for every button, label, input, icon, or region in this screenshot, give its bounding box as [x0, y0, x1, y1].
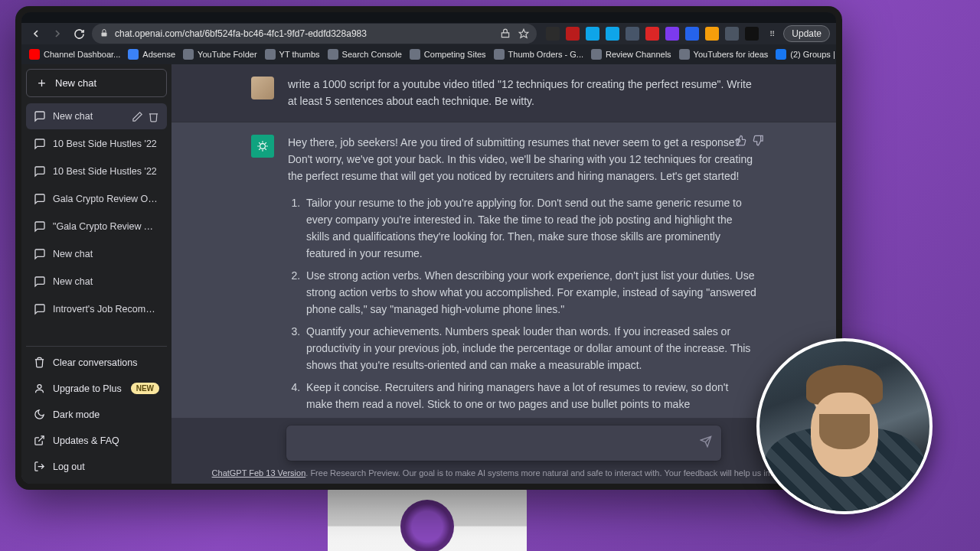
bookmark-item[interactable]: Review Channels	[591, 49, 671, 60]
message-feedback	[735, 135, 764, 146]
extension-icon[interactable]	[566, 27, 580, 41]
assistant-intro: Hey there, job seekers! Are you tired of…	[288, 135, 756, 184]
bookmark-label: Thumb Orders - G...	[508, 50, 583, 59]
extension-icon[interactable]	[745, 27, 759, 41]
assistant-list-item: Quantify your achievements. Numbers spea…	[303, 324, 756, 373]
svg-point-4	[38, 385, 41, 389]
new-chat-button[interactable]: New chat	[26, 69, 167, 97]
conversation-title: 10 Best Side Hustles '22	[53, 139, 159, 149]
bookmark-star-icon[interactable]	[518, 28, 529, 39]
bookmark-icon	[183, 49, 194, 60]
moon-icon	[34, 409, 45, 420]
sidebar-conversation-item[interactable]: 10 Best Side Hustles '22	[26, 131, 167, 157]
address-bar[interactable]: chat.openai.com/chat/6bf524fa-bc46-4fc1-…	[92, 24, 537, 44]
bookmark-item[interactable]: (2) Groups | Face...	[776, 49, 836, 60]
dark-mode-button[interactable]: Dark mode	[26, 402, 167, 427]
sidebar-conversation-item[interactable]: 10 Best Side Hustles '22	[26, 158, 167, 184]
bookmark-item[interactable]: YouTubers for ideas	[679, 49, 769, 60]
conversation-title: New chat	[53, 111, 125, 122]
sidebar-conversation-item[interactable]: New chat	[26, 241, 167, 267]
assistant-avatar	[251, 135, 274, 158]
back-button[interactable]	[28, 25, 44, 42]
updates-faq-button[interactable]: Updates & FAQ	[26, 428, 167, 453]
person-icon	[34, 383, 45, 394]
monitor-stand	[328, 488, 527, 551]
extension-icon[interactable]	[665, 27, 679, 41]
version-link[interactable]: ChatGPT Feb 13 Version	[212, 468, 306, 478]
sidebar-conversation-item[interactable]: "Gala Crypto Review Article"	[26, 214, 167, 240]
extension-icon[interactable]	[705, 27, 719, 41]
bookmark-item[interactable]: YouTube Folder	[183, 49, 256, 60]
upgrade-button[interactable]: Upgrade to Plus NEW	[26, 376, 167, 401]
browser-window: chat.openai.com/chat/6bf524fa-bc46-4fc1-…	[21, 12, 836, 484]
extension-icon[interactable]	[685, 27, 699, 41]
clear-conversations-button[interactable]: Clear conversations	[26, 350, 167, 375]
bookmark-label: Search Console	[342, 50, 402, 59]
sidebar-conversation-item[interactable]: New chat	[26, 103, 167, 129]
chat-icon	[34, 110, 46, 122]
url-text: chat.openai.com/chat/6bf524fa-bc46-4fc1-…	[115, 28, 367, 39]
forward-button[interactable]	[49, 25, 66, 42]
reload-button[interactable]	[70, 25, 87, 42]
bookmark-item[interactable]: Channel Dashboar...	[29, 49, 120, 60]
trash-icon	[34, 357, 45, 368]
bookmark-label: Channel Dashboar...	[44, 50, 120, 59]
bookmark-item[interactable]: Adsense	[128, 49, 175, 60]
bookmark-icon	[679, 49, 690, 60]
bookmark-icon	[410, 49, 420, 60]
input-area	[172, 418, 836, 464]
assistant-list-item: Keep it concise. Recruiters and hiring m…	[303, 380, 756, 412]
logout-label: Log out	[53, 461, 85, 472]
bookmark-label: YouTube Folder	[198, 50, 256, 59]
plus-icon	[36, 77, 47, 89]
thumbs-down-icon[interactable]	[753, 135, 764, 146]
conversation-title: New chat	[53, 249, 159, 259]
extension-icon[interactable]	[546, 27, 560, 41]
dark-label: Dark mode	[53, 409, 100, 420]
bookmark-item[interactable]: YT thumbs	[265, 49, 320, 60]
assistant-list: Tailor your resume to the job you're app…	[288, 195, 756, 412]
edit-icon[interactable]	[132, 111, 143, 122]
extension-icon[interactable]	[645, 27, 659, 41]
bookmark-item[interactable]: Competing Sites	[410, 49, 486, 60]
sidebar-conversation-item[interactable]: Gala Crypto Review Outline	[26, 186, 167, 212]
conversation-title: 10 Best Side Hustles '22	[53, 166, 159, 177]
user-message-text: write a 1000 script for a youtube video …	[288, 77, 756, 109]
chat-input[interactable]	[286, 425, 721, 461]
sidebar-conversation-item[interactable]: Introvert's Job Recommenda	[26, 296, 167, 322]
main-panel: write a 1000 script for a youtube video …	[172, 64, 836, 484]
extension-icon[interactable]	[606, 27, 619, 41]
assistant-message-row: Hey there, job seekers! Are you tired of…	[172, 122, 836, 418]
extensions-menu-icon[interactable]: ⠿	[765, 27, 779, 41]
sidebar-conversation-item[interactable]: New chat	[26, 269, 167, 295]
share-icon[interactable]	[500, 28, 511, 39]
footer-rest: . Free Research Preview. Our goal is to …	[305, 468, 795, 478]
conversation-title: New chat	[53, 276, 159, 287]
conversation-title: Gala Crypto Review Outline	[53, 194, 159, 204]
thumbs-up-icon[interactable]	[735, 135, 746, 146]
monitor-frame: chat.openai.com/chat/6bf524fa-bc46-4fc1-…	[15, 6, 842, 490]
trash-icon[interactable]	[148, 111, 159, 122]
new-badge: NEW	[131, 383, 159, 394]
chat-icon	[34, 276, 46, 288]
upgrade-label: Upgrade to Plus	[53, 383, 122, 394]
clear-label: Clear conversations	[53, 357, 137, 368]
bookmark-label: Review Channels	[606, 50, 671, 59]
bookmark-item[interactable]: Search Console	[328, 49, 402, 60]
conversation-list: New chat10 Best Side Hustles '2210 Best …	[26, 99, 167, 344]
sidebar-footer: Clear conversations Upgrade to Plus NEW …	[26, 346, 167, 479]
send-button[interactable]	[700, 435, 712, 451]
log-out-button[interactable]: Log out	[26, 454, 167, 479]
bookmark-label: Competing Sites	[424, 50, 486, 59]
svg-marker-1	[519, 29, 528, 37]
bookmark-label: YT thumbs	[279, 50, 320, 59]
bookmark-item[interactable]: Thumb Orders - G...	[494, 49, 583, 60]
extension-icon[interactable]	[725, 27, 739, 41]
updates-label: Updates & FAQ	[53, 435, 119, 446]
extension-icon[interactable]	[626, 27, 639, 41]
chat-icon	[34, 248, 46, 260]
extension-icon[interactable]	[586, 27, 599, 41]
update-button[interactable]: Update	[783, 25, 830, 42]
chat-scroll[interactable]: write a 1000 script for a youtube video …	[172, 64, 836, 418]
bookmark-icon	[265, 49, 276, 60]
